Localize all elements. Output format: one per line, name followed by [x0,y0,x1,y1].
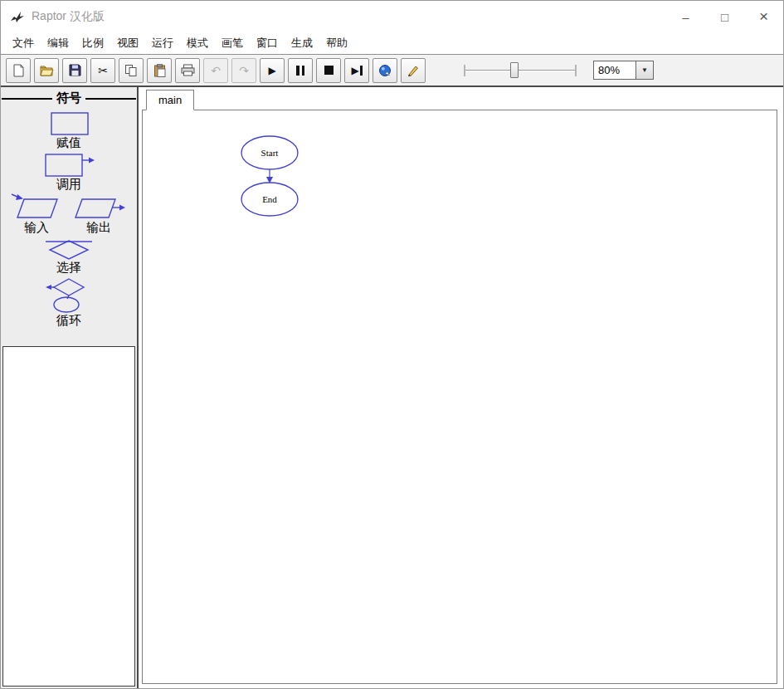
menu-item-generate[interactable]: 生成 [285,33,319,53]
loop-shape-icon [42,276,95,315]
cut-icon: ✂ [98,65,108,76]
flowchart-canvas[interactable]: Start End [142,110,777,684]
menubar: 文件 编辑 比例 视图 运行 模式 画笔 窗口 生成 帮助 [1,32,783,54]
blue-ball-icon [378,64,392,77]
menu-item-help[interactable]: 帮助 [319,33,354,53]
menu-item-view[interactable]: 视图 [110,33,145,53]
tab-main[interactable]: main [146,90,194,110]
play-icon: ▶ [268,66,275,76]
play-button[interactable]: ▶ [260,58,285,83]
redo-button: ↷ [231,58,256,83]
paste-button[interactable] [147,58,172,83]
main-area: main Start End [139,87,783,688]
header-rule-left [2,98,52,100]
symbol-input[interactable]: 输入 [11,193,62,236]
watch-panel[interactable] [2,346,135,687]
save-button[interactable] [62,58,87,83]
symbol-output-label: 输出 [86,220,111,236]
symbols-title: 符号 [56,90,81,106]
menu-item-edit[interactable]: 编辑 [41,33,75,53]
end-node-label: End [262,194,277,204]
symbol-io-row: 输入 输出 [11,193,127,236]
pen-icon [407,64,420,77]
symbol-selection[interactable]: 选择 [42,237,95,276]
zoom-value[interactable]: 80% [593,61,636,80]
slider-thumb[interactable] [510,62,519,78]
minimize-button[interactable]: – [666,1,705,32]
new-document-icon [12,64,25,77]
symbol-loop-label: 循环 [56,313,81,329]
symbol-palette: 赋值 调用 [1,106,137,345]
titlebar: Raptor 汉化版 – □ × [1,1,783,32]
undo-icon: ↶ [211,65,221,76]
print-icon [181,64,195,76]
app-window: Raptor 汉化版 – □ × 文件 编辑 比例 视图 运行 模式 画笔 窗口… [0,0,784,689]
menu-item-window[interactable]: 窗口 [250,33,285,53]
slider-right-tick [575,65,577,76]
symbols-header: 符号 [1,87,137,106]
slider-left-tick [464,65,465,76]
stop-button[interactable] [316,58,341,83]
print-button[interactable] [175,58,200,83]
run-to-end-button[interactable] [373,58,397,83]
save-floppy-icon [69,64,81,76]
copy-icon [124,64,138,77]
symbol-call-label: 调用 [56,177,81,193]
undo-button: ↶ [203,58,228,83]
header-rule-right [85,98,136,100]
selection-shape-icon [42,237,95,261]
body-row: 符号 赋值 调用 [1,87,783,688]
output-shape-icon [71,193,127,222]
input-shape-icon [11,193,62,222]
symbol-output[interactable]: 输出 [71,193,127,236]
open-folder-icon [40,65,54,76]
toolbar: ✂ ↶ ↷ [1,54,783,87]
window-title: Raptor 汉化版 [32,9,105,24]
menu-item-run[interactable]: 运行 [145,33,180,53]
symbols-sidebar: 符号 赋值 调用 [1,87,139,688]
pause-button[interactable] [288,58,313,83]
close-button[interactable]: × [744,1,783,32]
maximize-button[interactable]: □ [705,1,744,32]
zoom-select[interactable]: 80% ▼ [593,61,654,80]
slider-track [464,70,577,71]
zoom-dropdown-button[interactable]: ▼ [636,61,654,80]
menu-item-scale[interactable]: 比例 [75,33,110,53]
symbol-loop[interactable]: 循环 [42,276,95,329]
pause-icon [296,66,304,76]
cut-button[interactable]: ✂ [90,58,115,83]
new-button[interactable] [6,58,31,83]
chevron-down-icon: ▼ [641,66,648,74]
speed-slider[interactable] [464,60,577,81]
symbol-assignment[interactable]: 赋值 [44,110,94,151]
raptor-logo-icon [8,8,27,25]
redo-icon: ↷ [239,65,249,76]
step-forward-icon: ▶ [351,66,362,76]
menu-item-mode[interactable]: 模式 [180,33,215,53]
symbol-selection-label: 选择 [56,260,81,276]
copy-button[interactable] [119,58,144,83]
symbol-input-label: 输入 [24,220,49,236]
symbol-assignment-label: 赋值 [56,135,81,151]
menu-item-file[interactable]: 文件 [6,33,41,53]
symbol-call[interactable]: 调用 [41,152,97,193]
open-button[interactable] [34,58,59,83]
call-shape-icon [41,152,97,178]
stop-icon [324,66,334,75]
window-controls: – □ × [666,1,783,32]
comment-pen-button[interactable] [401,58,426,83]
tab-row: main [142,90,777,110]
menu-item-pen[interactable]: 画笔 [215,33,250,53]
paste-clipboard-icon [153,64,166,77]
assignment-shape-icon [44,110,94,137]
start-node-label: Start [261,148,279,158]
flowchart-graphic: Start End [143,110,777,683]
step-button[interactable]: ▶ [344,58,369,83]
